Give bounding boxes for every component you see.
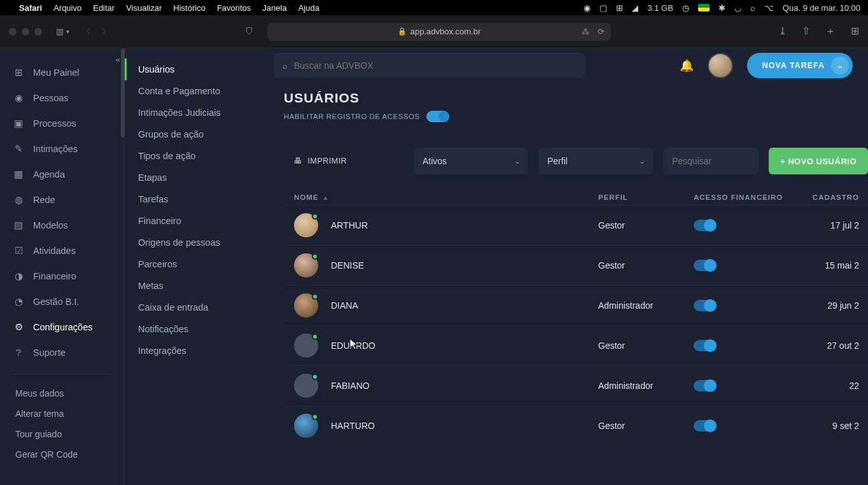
status-icon-timer[interactable]: ◷ (682, 3, 689, 13)
share-icon[interactable]: ⇧ (802, 25, 810, 38)
subnav-tipos-de-a-o[interactable]: Tipos de ação (125, 145, 269, 167)
notifications-icon[interactable]: 🔔 (680, 59, 694, 73)
chevron-down-icon[interactable]: ⌄ (831, 57, 849, 74)
reload-icon[interactable]: ⟳ (598, 27, 605, 36)
window-traffic-lights[interactable] (9, 28, 42, 36)
filter-profile-select[interactable]: Perfil ⌄ (538, 148, 653, 174)
table-row[interactable]: DENISE Gestor 15 mai 2 (284, 245, 868, 285)
table-search[interactable] (663, 148, 759, 174)
subnav-origens-de-pessoas[interactable]: Origens de pessoas (125, 232, 269, 253)
subnav-grupos-de-a-o[interactable]: Grupos de ação (125, 123, 269, 145)
sidebar-item-processos[interactable]: ▣Processos (0, 111, 124, 136)
sidebar-item-rede[interactable]: ◍Rede (0, 187, 124, 213)
sidebar-item-meu-painel[interactable]: ⊞Meu Painel (0, 60, 124, 85)
translate-icon[interactable]: ⁂ (582, 27, 589, 36)
menu-arquivo[interactable]: Arquivo (53, 3, 81, 13)
subnav-etapas[interactable]: Etapas (125, 167, 269, 188)
status-icon-display[interactable]: ▢ (599, 3, 607, 13)
status-icon-1[interactable]: ◉ (584, 3, 591, 13)
url-bar[interactable]: 🔒 app.advbox.com.br ⁂ ⟳ (267, 23, 611, 41)
subnav-intima-es-judiciais[interactable]: Intimações Judiciais (125, 102, 269, 123)
subnav-integra-es[interactable]: Integrações (125, 340, 269, 362)
menu-ajuda[interactable]: Ajuda (298, 3, 319, 13)
sidebar-scrollbar[interactable] (121, 48, 125, 485)
finance-access-toggle[interactable] (694, 340, 717, 351)
status-icon-grid[interactable]: ⊞ (616, 3, 623, 13)
sidebar-toggle-icon[interactable]: ▥▾ (56, 27, 69, 36)
sidebar-extra-alterar-tema[interactable]: Alterar tema (0, 404, 124, 424)
menu-historico[interactable]: Histórico (173, 3, 206, 13)
sidebar-item-suporte[interactable]: ?Suporte (0, 340, 124, 365)
menu-janela[interactable]: Janela (262, 3, 286, 13)
subnav-parceiros[interactable]: Parceiros (125, 253, 269, 275)
nav-label: Processos (33, 118, 76, 129)
sidebar-item-financeiro[interactable]: ◑Financeiro (0, 264, 124, 289)
sidebar-item-atividades[interactable]: ☑Atividades (0, 238, 124, 264)
subnav-tarefas[interactable]: Tarefas (125, 188, 269, 210)
status-icon-broadcast[interactable]: ◢ (632, 3, 638, 13)
bluetooth-icon[interactable]: ✱ (718, 3, 725, 13)
sidebar-item-configura-es[interactable]: ⚙Configurações (0, 314, 124, 340)
filter-status-select[interactable]: Ativos ⌄ (414, 148, 528, 174)
table-row[interactable]: HARTURO Gestor 9 set 2 (284, 405, 868, 446)
sidebar-item-agenda[interactable]: ▦Agenda (0, 162, 124, 187)
table-row[interactable]: DIANA Administrador 29 jun 2 (284, 285, 868, 325)
user-created: 29 jun 2 (802, 300, 859, 311)
sort-asc-icon[interactable]: ▲ (323, 194, 330, 201)
tabs-overview-icon[interactable]: ⊞ (851, 25, 859, 38)
sidebar-item-intima-es[interactable]: ✎Intimações (0, 136, 124, 162)
col-created[interactable]: CADASTRO (802, 193, 859, 201)
input-source-flag[interactable] (698, 4, 710, 11)
print-button[interactable]: 🖶 IMPRIMIR (288, 157, 353, 165)
wifi-icon[interactable]: ◡ (734, 3, 741, 13)
finance-access-toggle[interactable] (694, 220, 717, 231)
nav-forward-icon[interactable]: 〉 (102, 26, 110, 38)
user-profile: Gestor (598, 421, 694, 431)
finance-access-toggle[interactable] (694, 260, 717, 271)
sidebar-item-modelos[interactable]: ▤Modelos (0, 213, 124, 238)
table-row[interactable]: ARTHUR Gestor 17 jul 2 (284, 205, 868, 245)
new-task-button[interactable]: NOVA TAREFA ⌄ (747, 53, 853, 78)
nav-icon: ✎ (13, 143, 24, 155)
new-tab-icon[interactable]: ＋ (825, 25, 836, 38)
control-center-icon[interactable]: ⌥ (764, 3, 774, 13)
subnav-financeiro[interactable]: Financeiro (125, 210, 269, 232)
menu-editar[interactable]: Editar (93, 3, 115, 13)
nav-back-icon[interactable]: 〈 (82, 26, 90, 38)
subnav-notifica-es[interactable]: Notificações (125, 318, 269, 340)
global-search[interactable]: ⌕ (274, 53, 585, 78)
user-created: 27 out 2 (802, 341, 859, 351)
sidebar-extra-tour-guiado[interactable]: Tour guiado (0, 424, 124, 444)
sidebar-extra-gerar-qr-code[interactable]: Gerar QR Code (0, 444, 124, 465)
finance-access-toggle[interactable] (694, 380, 717, 391)
table-row[interactable]: FABIANO Administrador 22 (284, 365, 868, 405)
access-log-toggle[interactable] (426, 111, 449, 122)
subnav-metas[interactable]: Metas (125, 275, 269, 297)
spotlight-icon[interactable]: ⌕ (750, 3, 755, 13)
subnav-usu-rios[interactable]: Usuários (125, 59, 269, 80)
col-profile[interactable]: PERFIL (598, 193, 694, 201)
menu-visualizar[interactable]: Visualizar (126, 3, 162, 13)
menubar-app-name[interactable]: Safari (19, 3, 42, 13)
search-input[interactable] (294, 60, 577, 71)
privacy-shield-icon[interactable]: ⛉ (245, 27, 253, 36)
finance-access-toggle[interactable] (694, 300, 717, 311)
col-name[interactable]: NOME (294, 193, 319, 201)
new-user-button[interactable]: + NOVO USUÁRIO (769, 148, 868, 174)
subnav-caixa-de-entrada[interactable]: Caixa de entrada (125, 297, 269, 318)
table-header: NOME ▲ PERFIL ACESSO FINANCEIRO CADASTRO (284, 190, 868, 205)
menu-favoritos[interactable]: Favoritos (217, 3, 251, 13)
sidebar-item-gest-o-b-i-[interactable]: ◔Gestão B.I. (0, 289, 124, 314)
nav-label: Suporte (33, 348, 66, 358)
subnav-conta-e-pagamento[interactable]: Conta e Pagamento (125, 80, 269, 102)
sidebar-item-pessoas[interactable]: ◉Pessoas (0, 85, 124, 111)
sidebar-extra-meus-dados[interactable]: Meus dados (0, 383, 124, 404)
user-avatar[interactable] (708, 53, 733, 78)
finance-access-toggle[interactable] (694, 420, 717, 432)
sidebar-collapse-icon[interactable]: « (116, 55, 120, 64)
status-datetime[interactable]: Qua. 9 de mar. 10:00 (783, 3, 860, 13)
col-finance[interactable]: ACESSO FINANCEIRO (694, 193, 802, 201)
downloads-icon[interactable]: ⤓ (778, 25, 787, 38)
table-search-input[interactable] (672, 156, 750, 166)
table-row[interactable]: EDUARDO Gestor 27 out 2 (284, 325, 868, 365)
